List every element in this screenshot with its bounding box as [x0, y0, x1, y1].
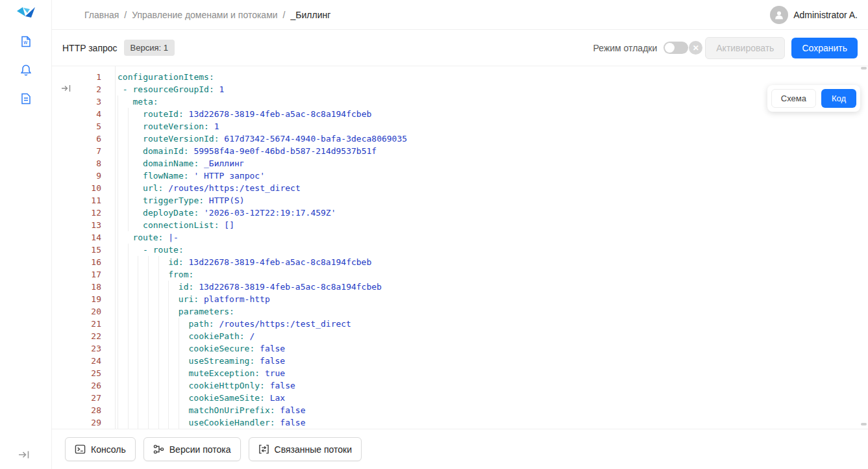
line-number: 19	[52, 293, 116, 305]
user-name: Administrator A.	[793, 10, 858, 20]
document-icon[interactable]	[19, 92, 32, 105]
flow-versions-icon	[153, 444, 164, 455]
collapse-sidebar-icon[interactable]	[18, 450, 30, 460]
code-text: - resourceGroupId: 1	[116, 83, 224, 95]
schema-view-button[interactable]: Схема	[771, 89, 816, 108]
line-number: 1	[52, 71, 116, 83]
activate-button[interactable]: Активировать	[705, 37, 785, 59]
flow-toolbar: HTTP запрос Версия: 1 Режим отладки ✕ Ак…	[52, 30, 868, 66]
code-view-button[interactable]: Код	[821, 89, 856, 108]
code-text: matchOnUriPrefix: false	[116, 404, 306, 416]
code-editor[interactable]: 1configurationItems:2 - resourceGroupId:…	[52, 66, 868, 429]
related-flows-button-label: Связанные потоки	[275, 444, 352, 455]
code-line: 21path: /routes/https:/test_direct	[52, 318, 868, 330]
code-line: 10 url: /routes/https:/test_direct	[52, 182, 868, 194]
code-line: 19uri: platform-http	[52, 293, 868, 305]
line-number: 6	[52, 133, 116, 145]
line-number: 8	[52, 157, 116, 170]
save-button[interactable]: Сохранить	[791, 38, 858, 58]
code-line: 12 deployDate: '2026-03-12T22:19:17.459Z…	[52, 207, 868, 219]
code-line: 11 triggerType: HTTP(S)	[52, 194, 868, 207]
line-number: 25	[52, 367, 116, 379]
line-number: 12	[52, 207, 116, 219]
code-text: muteException: true	[116, 367, 285, 379]
code-line: 9 flowName: ' HTTP запрос'	[52, 170, 868, 182]
code-line: 29useCookieHandler: false	[52, 416, 868, 429]
code-text: meta:	[116, 95, 158, 108]
line-number: 17	[52, 268, 116, 281]
breadcrumb: Главная/Управление доменами и потоками/_…	[84, 10, 330, 20]
code-line: 8 domainName: _Биллинг	[52, 157, 868, 170]
line-number: 9	[52, 170, 116, 182]
bottom-toolbar: Консоль Версии потока Связанные потоки	[52, 429, 868, 469]
breadcrumb-separator: /	[124, 10, 127, 20]
line-number: 21	[52, 318, 116, 330]
breadcrumb-item[interactable]: Управление доменами и потоками	[132, 10, 277, 20]
line-number: 4	[52, 108, 116, 120]
code-text: triggerType: HTTP(S)	[116, 194, 245, 207]
code-text: domainId: 59958f4a-9e0f-46bd-b587-214d95…	[116, 145, 377, 157]
code-text: path: /routes/https:/test_direct	[116, 318, 351, 330]
bell-icon[interactable]	[19, 64, 32, 77]
code-line: 4 routeId: 13d22678-3819-4feb-a5ac-8c8a1…	[52, 108, 868, 120]
code-text: - route:	[116, 244, 184, 256]
code-line: 2 - resourceGroupId: 1	[52, 83, 868, 95]
code-text: route: |-	[116, 231, 179, 244]
code-line: 1configurationItems:	[52, 71, 868, 83]
console-icon	[75, 444, 86, 455]
code-text: id: 13d22678-3819-4feb-a5ac-8c8a194fcbeb	[116, 281, 382, 293]
code-text: cookieSecure: false	[116, 342, 285, 355]
toggle-knob	[665, 43, 675, 53]
breadcrumb-item[interactable]: Главная	[84, 10, 119, 20]
line-number: 3	[52, 95, 116, 108]
line-number: 28	[52, 404, 116, 416]
code-line: 13 connectionList: []	[52, 219, 868, 231]
code-text: useCookieHandler: false	[116, 416, 306, 429]
code-text: useStreaming: false	[116, 355, 285, 367]
code-text: id: 13d22678-3819-4feb-a5ac-8c8a194fcbeb	[116, 256, 371, 268]
console-button[interactable]: Консоль	[65, 437, 136, 461]
flow-versions-button[interactable]: Версии потока	[143, 437, 241, 461]
code-text: routeVersionId: 617d7342-5674-4940-bafa-…	[116, 133, 407, 145]
code-line: 15 - route:	[52, 244, 868, 256]
scrollbar-thumb[interactable]	[861, 67, 867, 70]
console-button-label: Консоль	[91, 444, 126, 455]
line-number: 13	[52, 219, 116, 231]
scrollbar-track-end[interactable]	[861, 423, 867, 425]
user-menu[interactable]: Administrator A.	[770, 6, 858, 24]
line-number: 10	[52, 182, 116, 194]
line-number: 27	[52, 392, 116, 404]
code-text: parameters:	[116, 305, 234, 318]
code-line: 6 routeVersionId: 617d7342-5674-4940-baf…	[52, 133, 868, 145]
flow-title: HTTP запрос	[62, 43, 118, 53]
line-number: 11	[52, 194, 116, 207]
breadcrumb-separator: /	[283, 10, 286, 20]
code-line: 24useStreaming: false	[52, 355, 868, 367]
related-flows-icon	[258, 444, 269, 455]
line-number: 20	[52, 305, 116, 318]
line-number: 2	[52, 83, 116, 95]
code-text: flowName: ' HTTP запрос'	[116, 170, 265, 182]
file-text-icon[interactable]: w	[19, 35, 32, 48]
code-text: connectionList: []	[116, 219, 234, 231]
code-line: 17from:	[52, 268, 868, 281]
code-line: 16id: 13d22678-3819-4feb-a5ac-8c8a194fcb…	[52, 256, 868, 268]
app-logo[interactable]	[16, 5, 36, 22]
code-text: domainName: _Биллинг	[116, 157, 245, 170]
code-text: url: /routes/https:/test_direct	[116, 182, 301, 194]
user-avatar-icon	[770, 6, 788, 24]
line-number: 14	[52, 231, 116, 244]
line-number: 15	[52, 244, 116, 256]
svg-text:w: w	[23, 40, 28, 45]
back-button[interactable]	[62, 7, 78, 23]
code-text: from:	[116, 268, 193, 281]
line-number: 22	[52, 330, 116, 342]
code-line: 25muteException: true	[52, 367, 868, 379]
code-line: 28matchOnUriPrefix: false	[52, 404, 868, 416]
line-number: 23	[52, 342, 116, 355]
debug-mode-toggle[interactable]: ✕	[663, 42, 688, 54]
related-flows-button[interactable]: Связанные потоки	[249, 437, 362, 461]
code-line: 26cookieHttpOnly: false	[52, 379, 868, 392]
code-text: cookieSameSite: Lax	[116, 392, 285, 404]
code-text: configurationItems:	[116, 71, 214, 83]
